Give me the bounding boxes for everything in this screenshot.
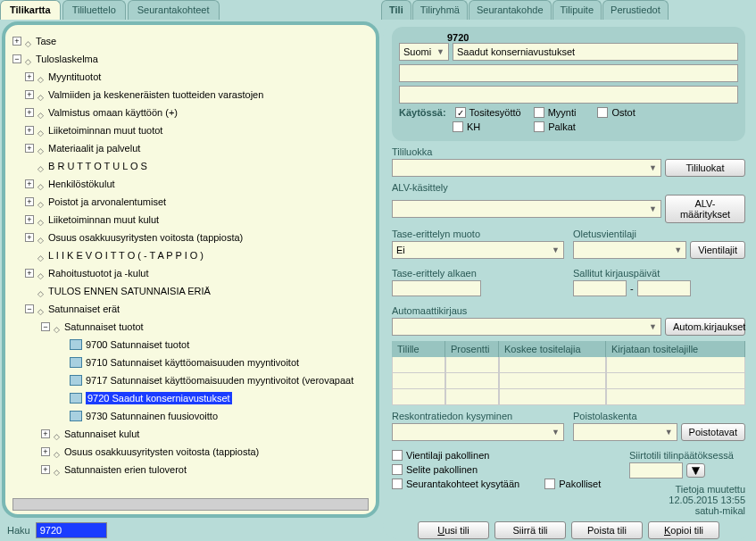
date-from-input[interactable] [573,280,627,296]
tree-node[interactable]: −Satunnaiset tuotot [9,318,372,336]
grid-row[interactable] [392,389,745,405]
tree-node[interactable]: +Valmistus omaan käyttöön (+) [9,104,372,121]
collapse-icon[interactable]: − [25,304,34,313]
account-desc2-input[interactable] [399,86,738,104]
checkbox-myynti[interactable] [534,107,544,118]
alv-label: ALV-käsittely [392,182,745,193]
expand-icon[interactable]: + [25,90,34,99]
tab-seurantakohteet[interactable]: Seurantakohteet [128,0,220,20]
expand-icon[interactable]: + [41,465,50,474]
chevron-down-icon: ▼ [649,204,657,213]
account-icon [70,393,82,404]
tree-node[interactable]: +Myyntituotot [9,68,372,86]
reskontra-select[interactable]: ▼ [392,423,564,441]
alv-select[interactable]: ▼ [392,200,661,218]
account-number: 9720 [447,32,738,43]
tase-alkaen-input[interactable] [392,280,481,296]
account-name-input[interactable] [453,43,738,61]
grid-row[interactable] [392,373,745,389]
tab-perustiedot[interactable]: Perustiedot [602,0,669,20]
expand-icon[interactable]: + [25,108,34,117]
tree-node[interactable]: +Rahoitustuotot ja -kulut [9,264,372,282]
siirra-tili-button[interactable]: Siirrä tili [494,521,566,539]
poistotavat-button[interactable]: Poistotavat [681,423,745,441]
tree-node[interactable]: +Henkilöstökulut [9,175,372,193]
horizontal-scrollbar[interactable] [12,498,369,511]
autokirjaukset-button[interactable]: Autom.kirjaukset [665,318,745,336]
siirtotili-lookup-button[interactable]: ⯆ [686,463,705,478]
checkbox-selite-pakollinen[interactable] [392,464,403,475]
tree-node[interactable]: +Poistot ja arvonalentumiset [9,193,372,211]
tab-tiliryhma[interactable]: Tiliryhmä [412,0,468,20]
date-to-input[interactable] [637,280,691,296]
tree-leaf[interactable]: 9710 Satunnaiset käyttöomaisuuden myynti… [9,354,372,371]
collapse-icon[interactable]: − [41,322,50,331]
tree-node[interactable]: +Osuus osakkuusyritysten voitosta (tappi… [9,443,372,461]
tree-leaf[interactable]: 9717 Satunnaiset käyttöomaisuuden myynti… [9,371,372,389]
tree-leaf[interactable]: 9700 Satunnaiset tuotot [9,336,372,354]
siirtotili-input[interactable] [629,462,683,479]
grid-row[interactable] [392,357,745,373]
expand-icon[interactable]: + [25,233,34,242]
kopioi-tili-button[interactable]: Kopioi tili [648,521,719,539]
tree-node[interactable]: −Satunnaiset erät [9,300,372,318]
uusi-tili-button[interactable]: UUusi tiliusi tili [418,521,489,539]
expand-icon[interactable]: + [25,126,34,135]
checkbox-palkat[interactable] [534,121,544,132]
tab-tilikartta[interactable]: Tilikartta [0,0,61,20]
vientilajit-button[interactable]: Vientilajit [690,241,745,259]
tree-node[interactable]: +Valmiiden ja keskeneräisten tuotteiden … [9,86,372,104]
tree-node[interactable]: +Osuus osakkuusyritysten voitosta (tappi… [9,229,372,246]
expand-icon[interactable]: + [41,447,50,456]
checkbox-vientilaji-pakollinen[interactable] [392,450,403,461]
tree-leaf[interactable]: 9730 Satunnainen fuusiovoitto [9,407,372,425]
oletusvienti-select[interactable]: ▼ [573,241,686,259]
tree-node-tase[interactable]: +Tase [9,32,372,50]
tililuokka-select[interactable]: ▼ [392,159,661,177]
alv-maaritykset-button[interactable]: ALV-määritykset [665,195,745,223]
tab-tililuettelo[interactable]: Tililuettelo [62,0,126,20]
checkbox-tositesyotto[interactable] [455,107,466,118]
account-desc-input[interactable] [399,64,738,82]
expand-icon[interactable]: + [25,144,34,153]
expand-icon[interactable]: + [12,37,21,46]
expand-icon[interactable]: + [41,429,50,438]
tab-seurantakohde[interactable]: Seurantakohde [469,0,552,20]
tililuokat-button[interactable]: Tililuokat [665,159,745,177]
tree-node[interactable]: +Liiketoiminnan muut kulut [9,211,372,229]
expand-icon[interactable]: + [25,179,34,188]
tree-node[interactable]: TULOS ENNEN SATUNNAISIA ERIÄ [9,282,372,300]
collapse-icon[interactable]: − [12,54,21,63]
tree-node-tuloslaskelma[interactable]: −Tuloslaskelma [9,50,372,68]
meta-modified-date: 12.05.2015 13:55 [629,495,745,505]
checkbox-kh[interactable] [453,121,463,132]
autokirjaus-label: Automaattikirjaus [392,305,745,316]
language-select[interactable]: Suomi▼ [399,43,449,61]
checkbox-pakolliset[interactable] [544,479,555,489]
poistolaskenta-select[interactable]: ▼ [573,423,677,441]
expand-icon[interactable]: + [25,269,34,278]
tree-node[interactable]: +Liiketoiminnan muut tuotot [9,121,372,139]
tab-tilipuite[interactable]: Tilipuite [552,0,602,20]
tree-node[interactable]: B R U T T O T U L O S [9,157,372,175]
search-input[interactable] [36,522,107,538]
tree-node[interactable]: +Satunnaiset kulut [9,425,372,443]
poista-tili-button[interactable]: Poista tili [571,521,643,539]
checkbox-seurantakohteet-kysytaan[interactable] [392,479,403,489]
reskontra-label: Reskontratiedon kysyminen [392,411,564,421]
tase-erittely-select[interactable]: Ei▼ [392,241,564,259]
autokirjaus-select[interactable]: ▼ [392,318,661,336]
account-tree: +Tase −Tuloslaskelma +Myyntituotot +Valm… [2,21,379,518]
account-icon [70,375,82,386]
tab-tili[interactable]: Tili [381,0,411,20]
tililuokka-label: Tililuokka [392,146,745,157]
tree-node[interactable]: L I I K E V O I T T O ( - T A P P I O ) [9,246,372,264]
expand-icon[interactable]: + [25,197,34,206]
expand-icon[interactable]: + [25,72,34,81]
tree-leaf-selected[interactable]: 9720 Saadut konserniavustukset [9,389,372,407]
chk-label: Ostot [611,107,635,118]
expand-icon[interactable]: + [25,215,34,224]
tree-node[interactable]: +Materiaalit ja palvelut [9,139,372,157]
checkbox-ostot[interactable] [597,107,608,118]
tree-node[interactable]: +Satunnaisten erien tuloverot [9,461,372,479]
